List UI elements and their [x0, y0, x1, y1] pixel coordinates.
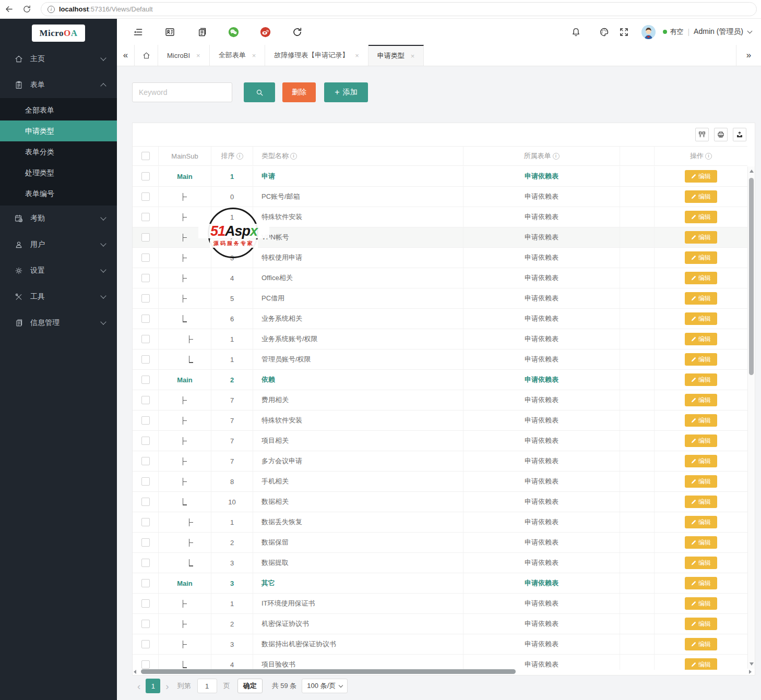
edit-button[interactable]: 编辑 [685, 516, 717, 528]
tab-home-icon[interactable] [135, 45, 158, 66]
row-checkbox[interactable] [141, 437, 150, 445]
search-input[interactable] [132, 82, 232, 102]
add-button[interactable]: +添加 [324, 82, 368, 102]
edit-button[interactable]: 编辑 [685, 190, 717, 203]
browser-back-icon[interactable] [0, 4, 18, 14]
notification-bell-icon[interactable] [569, 26, 582, 38]
edit-button[interactable]: 编辑 [685, 618, 717, 630]
header-action[interactable]: 操作i [655, 147, 747, 165]
row-checkbox[interactable] [141, 538, 150, 547]
sidebar-item-工具[interactable]: 工具 [0, 284, 117, 310]
tab-close-icon[interactable]: × [252, 52, 256, 59]
refresh-icon[interactable] [291, 26, 303, 38]
edit-button[interactable]: 编辑 [685, 414, 717, 427]
collapse-sidebar-icon[interactable] [132, 26, 144, 38]
header-sort[interactable]: 排序i [211, 147, 253, 165]
wechat-icon[interactable] [227, 26, 240, 38]
fullscreen-icon[interactable] [617, 26, 630, 38]
edit-button[interactable]: 编辑 [685, 475, 717, 488]
row-checkbox[interactable] [141, 213, 150, 221]
scroll-right-icon[interactable] [749, 670, 752, 674]
edit-button[interactable]: 编辑 [685, 353, 717, 366]
edit-button[interactable]: 编辑 [685, 455, 717, 467]
row-checkbox[interactable] [141, 355, 150, 364]
edit-button[interactable]: 编辑 [685, 557, 717, 569]
header-type-name[interactable]: 类型名称i [253, 147, 463, 165]
row-checkbox[interactable] [141, 640, 150, 648]
tab-MicroBI[interactable]: MicroBI × [158, 45, 210, 66]
scroll-up-icon[interactable] [750, 170, 754, 173]
user-avatar[interactable] [641, 25, 656, 39]
row-checkbox[interactable] [141, 498, 150, 506]
row-checkbox[interactable] [141, 335, 150, 343]
user-name[interactable]: Admin (管理员) [694, 27, 743, 37]
edit-button[interactable]: 编辑 [685, 577, 717, 589]
row-checkbox[interactable] [141, 233, 150, 242]
row-checkbox[interactable] [141, 457, 150, 465]
row-checkbox[interactable] [141, 274, 150, 282]
row-checkbox[interactable] [141, 172, 150, 180]
tab-故障修理表【申请记录】[interactable]: 故障修理表【申请记录】 × [265, 45, 368, 66]
sidebar-subitem-全部表单[interactable]: 全部表单 [0, 100, 117, 120]
horizontal-scrollbar[interactable] [134, 669, 745, 674]
tab-申请类型[interactable]: 申请类型 × [368, 45, 424, 66]
export-icon[interactable] [733, 128, 746, 141]
sidebar-item-主页[interactable]: 主页 [0, 46, 117, 72]
sidebar-subitem-申请类型[interactable]: 申请类型 [0, 120, 117, 141]
print-icon[interactable] [714, 128, 728, 141]
row-checkbox[interactable] [141, 599, 150, 608]
sidebar-subitem-处理类型[interactable]: 处理类型 [0, 162, 117, 183]
edit-button[interactable]: 编辑 [685, 333, 717, 345]
tabs-scroll-right-icon[interactable]: » [736, 45, 761, 66]
row-checkbox[interactable] [141, 192, 150, 201]
current-page-button[interactable]: 1 [146, 679, 160, 693]
horizontal-scroll-thumb[interactable] [141, 669, 516, 674]
tabs-scroll-left-icon[interactable]: « [117, 45, 135, 66]
edit-button[interactable]: 编辑 [685, 496, 717, 508]
page-info-icon[interactable]: i [47, 6, 55, 13]
sidebar-item-设置[interactable]: 设置 [0, 258, 117, 284]
page-size-select[interactable]: 100 条/页 [302, 679, 348, 693]
theme-palette-icon[interactable] [598, 26, 610, 38]
edit-button[interactable]: 编辑 [685, 211, 717, 223]
row-checkbox[interactable] [141, 315, 150, 323]
header-form[interactable]: 所属表单i [463, 147, 620, 165]
edit-button[interactable]: 编辑 [685, 251, 717, 264]
scroll-left-icon[interactable] [134, 670, 136, 674]
prev-page-icon[interactable]: ‹ [132, 681, 146, 691]
vertical-scrollbar[interactable] [747, 166, 755, 669]
vertical-scroll-thumb[interactable] [749, 178, 754, 375]
edit-button[interactable]: 编辑 [685, 638, 717, 650]
row-checkbox[interactable] [141, 396, 150, 404]
sidebar-item-信息管理[interactable]: 信息管理 [0, 310, 117, 336]
scroll-down-icon[interactable] [750, 662, 754, 666]
sidebar-item-表单[interactable]: 表单 [0, 72, 117, 98]
next-page-icon[interactable]: › [160, 681, 174, 691]
edit-button[interactable]: 编辑 [685, 312, 717, 325]
edit-button[interactable]: 编辑 [685, 435, 717, 447]
sidebar-item-用户[interactable]: 用户 [0, 232, 117, 258]
row-checkbox[interactable] [141, 518, 150, 526]
chevron-down-icon[interactable] [747, 29, 753, 34]
edit-button[interactable]: 编辑 [685, 292, 717, 305]
row-checkbox[interactable] [141, 579, 150, 587]
edit-button[interactable]: 编辑 [685, 536, 717, 549]
sidebar-subitem-表单编号[interactable]: 表单编号 [0, 183, 117, 204]
tab-全部表单[interactable]: 全部表单 × [210, 45, 266, 66]
delete-button[interactable]: 删除 [282, 82, 316, 102]
goto-confirm-button[interactable]: 确定 [237, 679, 263, 693]
row-checkbox[interactable] [141, 376, 150, 384]
row-checkbox[interactable] [141, 416, 150, 425]
tab-close-icon[interactable]: × [196, 52, 200, 59]
header-mainsub[interactable]: MainSub [159, 147, 211, 165]
browser-refresh-icon[interactable] [18, 5, 35, 14]
row-checkbox[interactable] [141, 294, 150, 303]
columns-setting-icon[interactable] [695, 128, 709, 141]
url-bar[interactable]: i localhost:57316/Views/Default [41, 2, 757, 16]
edit-button[interactable]: 编辑 [685, 373, 717, 386]
sidebar-subitem-表单分类[interactable]: 表单分类 [0, 141, 117, 162]
contact-card-icon[interactable] [163, 26, 176, 38]
weibo-icon[interactable] [259, 26, 271, 38]
row-checkbox[interactable] [141, 559, 150, 567]
sidebar-item-考勤[interactable]: 考勤 [0, 206, 117, 232]
